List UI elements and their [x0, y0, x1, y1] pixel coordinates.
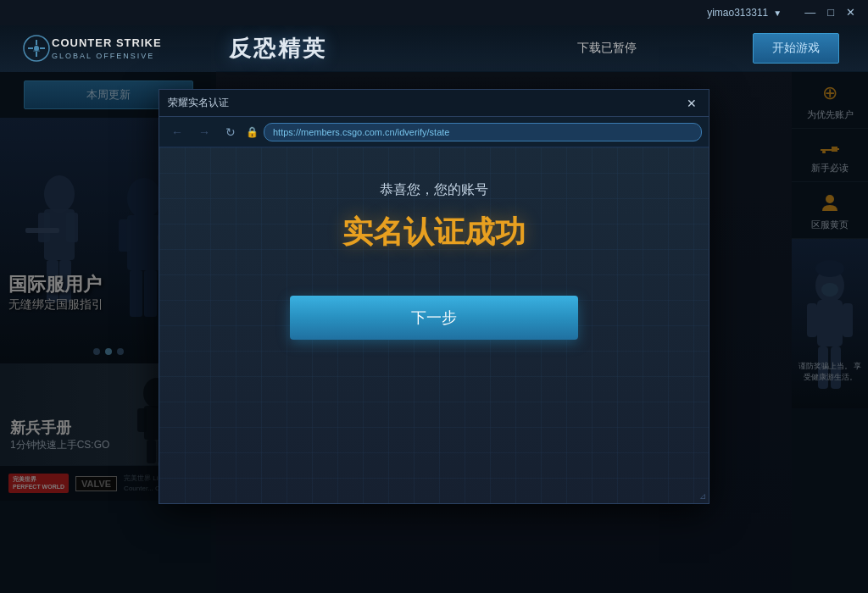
download-status: 下载已暂停 [577, 41, 637, 56]
dialog-close-button[interactable]: ✕ [683, 97, 700, 109]
title-bar: yimao313311 ▼ — □ ✕ [0, 0, 868, 25]
username-label: yimao313311 [707, 7, 768, 19]
header-title-area: 反恐精英 [216, 34, 481, 64]
success-text: 实名认证成功 [342, 212, 526, 253]
app-header: COUNTER STRIKE GLOBAL OFFENSIVE 反恐精英 下载已… [0, 25, 868, 72]
forward-button[interactable]: → [193, 124, 215, 141]
url-bar[interactable] [264, 123, 702, 141]
content-area: 本周更新 [0, 72, 868, 593]
dialog-overlay: 荣耀实名认证 ✕ ← → ↻ 🔒 恭喜您，您的账号 实名认证成功 下一步 ⊿ [0, 72, 868, 593]
app-title: 反恐精英 [229, 34, 327, 64]
start-game-button[interactable]: 开始游戏 [753, 33, 839, 64]
back-button[interactable]: ← [166, 124, 188, 141]
minimize-button[interactable]: — [798, 0, 821, 25]
lock-icon: 🔒 [246, 126, 259, 138]
dialog-title: 荣耀实名认证 [168, 96, 683, 110]
congrats-text: 恭喜您，您的账号 [380, 181, 488, 199]
dialog-body: 恭喜您，您的账号 实名认证成功 下一步 ⊿ [159, 147, 709, 503]
maximize-button[interactable]: □ [821, 0, 840, 25]
dialog-toolbar: ← → ↻ 🔒 [159, 117, 709, 147]
resize-handle[interactable]: ⊿ [699, 491, 706, 501]
logo-text: COUNTER STRIKE GLOBAL OFFENSIVE [52, 36, 162, 60]
logo-area: COUNTER STRIKE GLOBAL OFFENSIVE [0, 25, 216, 72]
header-right: 开始游戏 [732, 33, 868, 64]
user-dropdown[interactable]: ▼ [773, 8, 782, 18]
logo-cs-line1: COUNTER STRIKE [52, 36, 162, 50]
close-button[interactable]: ✕ [840, 0, 861, 25]
next-step-button[interactable]: 下一步 [290, 296, 578, 340]
csgo-logo-icon [21, 33, 52, 64]
verification-dialog: 荣耀实名认证 ✕ ← → ↻ 🔒 恭喜您，您的账号 实名认证成功 下一步 ⊿ [159, 89, 709, 504]
header-center: 下载已暂停 [481, 41, 732, 56]
app-container: COUNTER STRIKE GLOBAL OFFENSIVE 反恐精英 下载已… [0, 25, 868, 593]
refresh-button[interactable]: ↻ [220, 124, 241, 141]
dialog-titlebar: 荣耀实名认证 ✕ [159, 90, 709, 117]
logo-cs-line2: GLOBAL OFFENSIVE [52, 52, 162, 60]
